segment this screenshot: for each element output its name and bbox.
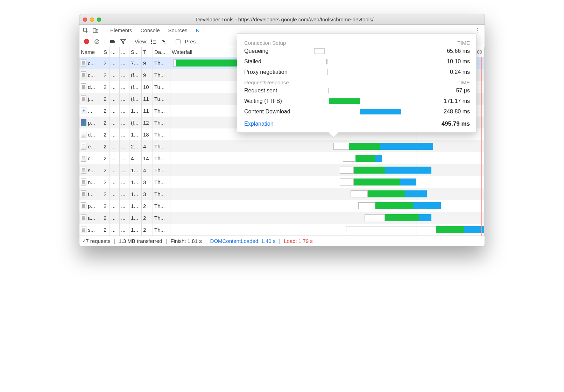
cell: j... [79, 93, 102, 105]
col-trunc-1[interactable]: ... [110, 47, 120, 57]
request-row[interactable]: t...2......1...3Th... [79, 188, 485, 200]
cell: 11 [142, 93, 153, 105]
file-type-icon [81, 95, 86, 102]
cell: ... [120, 152, 129, 164]
file-type-icon [81, 190, 86, 197]
cell: Th... [153, 105, 170, 117]
queueing-value: 65.66 ms [447, 48, 470, 54]
tab-console[interactable]: Console [137, 25, 163, 36]
cell: ... [110, 57, 120, 69]
cell: 11 [142, 105, 153, 117]
cell: s... [79, 164, 102, 176]
cell: 10 [142, 81, 153, 93]
status-requests: 47 requests [83, 238, 110, 244]
cell: d... [79, 128, 102, 140]
cell: ... [120, 176, 129, 188]
cell: c... [79, 152, 102, 164]
cell: 1... [129, 200, 142, 212]
fullscreen-window-button[interactable] [97, 18, 101, 22]
col-trunc-2[interactable]: ... [120, 47, 129, 57]
minimize-window-button[interactable] [90, 18, 94, 22]
cell: 1... [129, 188, 142, 200]
col-date[interactable]: Da... [153, 47, 170, 57]
cell: Th... [153, 224, 170, 236]
waterfall-cell[interactable] [170, 152, 485, 164]
explanation-link[interactable]: Explanation [244, 121, 274, 127]
col-size[interactable]: S... [129, 47, 142, 57]
waterfall-cell[interactable] [170, 224, 485, 236]
svg-rect-1 [93, 28, 96, 33]
cell: 1... [129, 224, 142, 236]
cell: 1... [129, 212, 142, 224]
cell: 7... [129, 57, 142, 69]
cell: 2 [102, 57, 110, 69]
request-row[interactable]: p...2......1...2Th... [79, 200, 485, 212]
cell: ✻... [79, 105, 102, 117]
window-titlebar: Developer Tools - https://developers.goo… [79, 14, 485, 25]
cell: ... [110, 212, 120, 224]
devtools-window: Developer Tools - https://developers.goo… [79, 14, 485, 246]
waterfall-cell[interactable] [170, 164, 485, 176]
cell: ... [110, 69, 120, 81]
tab-elements[interactable]: Elements [107, 25, 136, 36]
cell: 2 [102, 224, 110, 236]
close-window-button[interactable] [83, 18, 87, 22]
cell: ... [120, 224, 129, 236]
toggle-device-toolbar-icon[interactable] [91, 26, 100, 35]
cell: ... [120, 69, 129, 81]
svg-rect-2 [96, 29, 98, 33]
waterfall-cell[interactable] [170, 188, 485, 200]
cell: 3 [142, 176, 153, 188]
cell: 2 [142, 200, 153, 212]
waterfall-cell[interactable] [170, 212, 485, 224]
cell: d... [79, 81, 102, 93]
cell: ... [110, 93, 120, 105]
capture-screenshots-icon[interactable] [108, 37, 117, 46]
record-button[interactable] [82, 37, 91, 46]
cell: 14 [142, 152, 153, 164]
ttfb-label: Waiting (TTFB) [244, 98, 314, 104]
waterfall-cell[interactable] [170, 176, 485, 188]
request-row[interactable]: c...2......4...14Th... [79, 152, 485, 164]
cell: Th... [153, 57, 170, 69]
tab-network-partial[interactable]: N [192, 25, 203, 36]
view-list-icon[interactable] [149, 37, 158, 46]
request-row[interactable]: s...2......1...4Th... [79, 164, 485, 176]
cell: (f... [129, 81, 142, 93]
request-row[interactable]: e...2......2...4Th... [79, 140, 485, 152]
waterfall-cell[interactable] [170, 140, 485, 152]
clear-log-icon[interactable] [93, 37, 101, 46]
mac-traffic-lights[interactable] [79, 18, 101, 22]
cell: Th... [153, 117, 170, 128]
col-time[interactable]: T [142, 47, 153, 57]
request-sent-value: 57 µs [456, 88, 470, 94]
queueing-label: Queueing [244, 48, 314, 54]
cell: 18 [142, 128, 153, 140]
col-status[interactable]: S [102, 47, 110, 57]
svg-rect-4 [110, 40, 114, 43]
cell: ... [110, 200, 120, 212]
svg-rect-9 [151, 43, 152, 44]
status-finish: Finish: 1.81 s [170, 238, 202, 244]
download-value: 248.80 ms [444, 108, 470, 115]
tooltip-section-request: Request/Response [244, 79, 289, 85]
view-label: View: [135, 38, 147, 44]
request-row[interactable]: a...2......1...2Th... [79, 212, 485, 224]
request-row[interactable]: s...2......1...2Th... [79, 224, 485, 236]
cell: 1... [129, 164, 142, 176]
cell: 2 [102, 200, 110, 212]
col-name[interactable]: Name [79, 47, 102, 57]
svg-rect-6 [153, 40, 156, 41]
inspect-element-icon[interactable] [82, 26, 90, 35]
tab-sources[interactable]: Sources [165, 25, 191, 36]
preserve-log-checkbox[interactable] [176, 39, 181, 44]
window-title: Developer Tools - https://developers.goo… [196, 16, 374, 22]
view-activity-icon[interactable] [160, 37, 168, 46]
file-type-icon [81, 83, 86, 90]
filter-icon[interactable] [119, 37, 127, 46]
cell: c... [79, 57, 102, 69]
cell: 2 [102, 93, 110, 105]
request-row[interactable]: n...2......1...3Th... [79, 176, 485, 188]
waterfall-cell[interactable] [170, 200, 485, 212]
cell: 3 [142, 188, 153, 200]
